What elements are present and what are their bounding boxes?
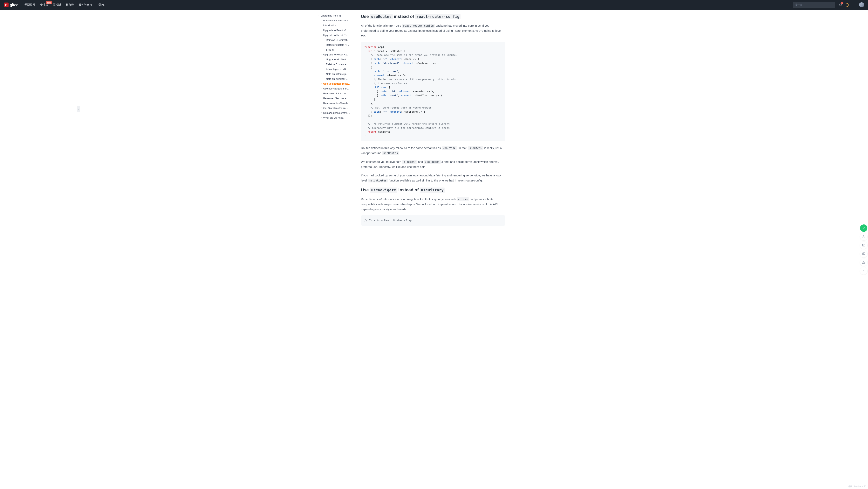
plus-icon[interactable]: ＋ [852,3,856,7]
logo-text: gitee [10,3,18,7]
toc-item[interactable]: What did we miss? [317,115,355,120]
toc-item[interactable]: Remove activeClassN… [317,101,355,106]
notification-badge: 1 [841,2,843,4]
toc-item[interactable]: Upgrade all <Swit… [317,57,355,62]
nav-opensource[interactable]: 开源软件 [25,3,35,7]
paragraph: React Router v6 introduces a new navigat… [361,197,505,212]
toc-sidebar: Upgrading from v5 Backwards Compatibi… I… [317,10,356,238]
toc-item[interactable]: Upgrade to React Ro… [317,52,355,57]
sidebar-collapse-handle[interactable]: ‹ [78,106,80,112]
toc-item[interactable]: Introduction [317,23,355,28]
nav-mine[interactable]: 我的 [98,3,105,7]
section-heading-usenavigate: Use useNavigate instead of useHistory [361,187,505,193]
article-content: Use useRoutes instead of react-router-co… [356,10,510,238]
avatar[interactable] [859,2,864,7]
paragraph: All of the functionality from v5's react… [361,23,505,38]
toc-item[interactable]: Rename <NavLink ex… [317,96,355,101]
toc-item[interactable]: Refactor custom <… [317,42,355,47]
toc-list: Upgrading from v5 Backwards Compatibi… I… [317,13,355,120]
nav-enterprise[interactable]: 企业版特惠 [40,3,48,7]
toc-item[interactable]: Upgrade to React v1… [317,28,355,33]
toc-item[interactable]: Backwards Compatibi… [317,18,355,23]
toc-item[interactable]: Note on <Route p… [317,71,355,77]
search-input[interactable]: 搜开源 [793,2,835,8]
toc-item[interactable]: Use useNavigate inst… [317,86,355,91]
toc-item[interactable]: Remove <Redirect… [317,37,355,42]
toc-item[interactable]: Note on <Link to>… [317,77,355,81]
toc-item[interactable]: Ship it! [317,47,355,52]
search-placeholder: 搜开源 [795,3,802,7]
bell-icon[interactable]: 1 [839,3,842,7]
toc-item-active[interactable]: Use useRoutes inste… [317,81,355,86]
nav-badge: 特惠 [46,1,52,4]
paragraph: We encourage you to give both <Routes> a… [361,159,505,170]
header-left: G gitee 开源软件 企业版特惠 高校版 私有云 服务与支持 我的 [4,2,105,7]
section-heading-useroutes: Use useRoutes instead of react-router-co… [361,13,505,20]
toc-item[interactable]: Upgrade to React Ro… [317,33,355,37]
nav-support[interactable]: 服务与支持 [79,3,94,7]
logo[interactable]: G gitee [4,2,18,7]
logo-icon: G [4,2,8,7]
bulb-icon[interactable] [846,3,849,7]
nav-edu[interactable]: 高校版 [53,3,61,7]
toc-item[interactable]: Upgrading from v5 [317,13,355,18]
main-nav: 开源软件 企业版特惠 高校版 私有云 服务与支持 我的 [25,3,105,7]
toc-item[interactable]: Advantages of <R… [317,67,355,71]
page-layout: Upgrading from v5 Backwards Compatibi… I… [317,10,551,238]
paragraph: Routes defined in this way follow all of… [361,145,505,156]
paragraph: If you had cooked up some of your own lo… [361,173,505,183]
header-right: 搜开源 1 ＋ [793,2,864,8]
help-button[interactable]: ? [860,225,867,232]
toc-item[interactable]: Remove <Link> com… [317,91,355,96]
code-block-useroutes: function App() { let element = useRoutes… [361,42,505,141]
toc-item[interactable]: Get StaticRouter fro… [317,106,355,111]
toc-item[interactable]: Replace useRouteMa… [317,111,355,115]
share-icon[interactable] [860,233,867,238]
nav-private[interactable]: 私有云 [66,3,74,7]
code-block-usenavigate: // This is a React Router v5 app [361,215,505,226]
right-rail: ? [860,225,868,238]
top-header: G gitee 开源软件 企业版特惠 高校版 私有云 服务与支持 我的 搜开源 … [0,0,868,10]
toc-item[interactable]: Relative Routes an… [317,62,355,67]
